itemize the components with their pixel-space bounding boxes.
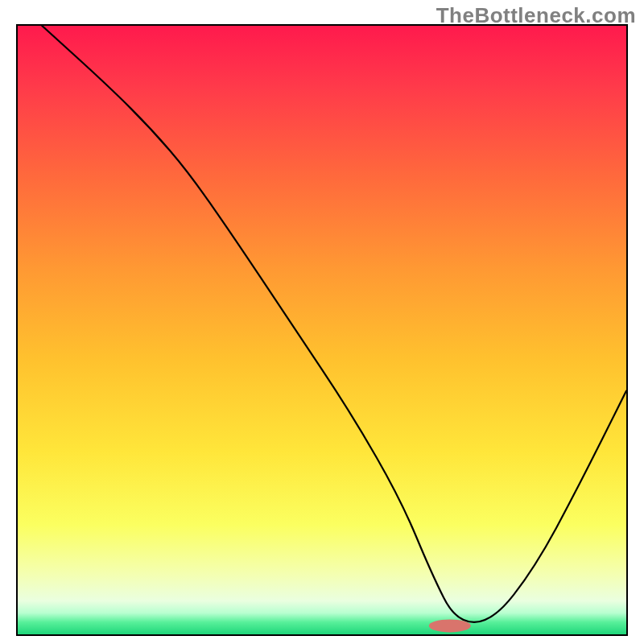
chart-svg <box>18 26 626 634</box>
trough-marker <box>429 619 471 632</box>
watermark-text: TheBottleneck.com <box>436 3 636 28</box>
chart-stage: TheBottleneck.com <box>0 0 644 644</box>
chart-background <box>18 26 626 634</box>
plot-area <box>16 24 628 636</box>
